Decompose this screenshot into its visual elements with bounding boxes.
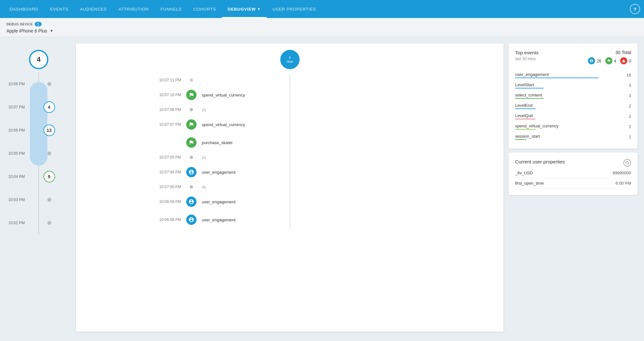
nav-funnels[interactable]: FUNNELS: [155, 0, 187, 18]
user-engagement-icon-1: [186, 167, 197, 177]
top-event-levelquit[interactable]: LevelQuit 2: [515, 111, 631, 122]
timeline-dot-1002: [47, 221, 51, 225]
nav-user-properties[interactable]: USER PROPERTIES: [267, 0, 322, 18]
event-time: 10:06:59 PM: [144, 199, 186, 204]
user-properties-title: Current user properties: [515, 159, 565, 164]
red-count-badge: [620, 57, 627, 64]
timeline-time-1007: 10:07 PM: [6, 105, 27, 109]
debugview-dropdown-arrow: ▼: [257, 7, 261, 11]
timeline-dot-1008: [47, 82, 51, 86]
event-row[interactable]: 10:06:59 PM user_engagement: [144, 193, 435, 211]
timeline-row[interactable]: 10:06 PM 13: [6, 119, 71, 142]
event-counts: 26 4 0: [588, 57, 631, 64]
gap-dot: [190, 108, 193, 111]
prop-value-ltv: 99990000: [612, 170, 631, 175]
device-select[interactable]: Apple iPhone 6 Plus ▼: [6, 28, 638, 33]
prop-key-first-open: first_open_time: [515, 181, 544, 186]
gap-label-2s-2: 2s: [202, 155, 206, 160]
timeline-dot-1003: [47, 198, 51, 202]
help-button[interactable]: ?: [630, 4, 640, 14]
gap-label-4s: 4s: [202, 185, 206, 189]
event-name-spend1: spend_virtual_currency: [202, 93, 245, 97]
gap-dot-2: [190, 156, 193, 159]
user-engagement-icon-3: [186, 215, 197, 225]
top-event-levelstart[interactable]: LevelStart 3: [515, 80, 631, 91]
top-events-title: Top events: [515, 50, 539, 55]
event-name-label: select_content: [515, 93, 629, 97]
main-layout: 4 10:08 PM 10:07 PM 4 10:06 PM: [0, 37, 644, 338]
timeline-row[interactable]: 10:04 PM 9: [6, 165, 71, 188]
gap-label-2s: 2s: [202, 107, 206, 112]
timeline-time-1006: 10:06 PM: [6, 128, 27, 133]
nav-events[interactable]: EVENTS: [44, 0, 74, 18]
prop-value-first-open: 6:00 PM: [616, 181, 631, 186]
gap-dot-4s: [190, 185, 193, 189]
blue-count-item: 26: [588, 57, 601, 64]
event-time: 10:07:05 PM: [144, 155, 186, 160]
event-connector-dot: [190, 78, 193, 82]
timeline-row: 10:05 PM: [6, 142, 71, 165]
green-count-item: 4: [605, 57, 616, 64]
timeline-time-1005: 10:05 PM: [6, 151, 27, 156]
timeline-row: 10:08 PM: [6, 72, 71, 96]
left-timeline-panel: 4 10:08 PM 10:07 PM 4 10:06 PM: [6, 43, 71, 332]
sub-header: DEBUG DEVICE 1 Apple iPhone 6 Plus ▼: [0, 18, 644, 37]
nav-debugview[interactable]: DEBUGVIEW ▼: [222, 0, 267, 18]
timeline-dot-1005: [47, 152, 51, 155]
history-icon[interactable]: [623, 159, 631, 167]
spend-virtual-currency-icon-2: [186, 119, 197, 130]
timeline-row[interactable]: 10:07 PM 4: [6, 96, 71, 119]
red-count-item: 0: [620, 57, 631, 64]
timeline-circle-1006: 13: [43, 124, 55, 136]
nav-bar: DASHBOARD EVENTS AUDIENCES ATTRIBUTION F…: [0, 0, 644, 18]
event-row[interactable]: purchase_skater: [144, 134, 435, 152]
event-row[interactable]: 10:07:10 PM spend_virtual_currency: [144, 86, 435, 104]
event-name-engagement3: user_engagement: [202, 217, 235, 222]
debug-device-label: DEBUG DEVICE 1: [6, 22, 638, 26]
debug-count-badge: 1: [35, 22, 42, 26]
timeline-time-1008: 10:08 PM: [6, 82, 27, 86]
top-events-sub: last 30 mins: [515, 57, 536, 61]
device-select-arrow: ▼: [50, 29, 53, 33]
green-count-badge: [605, 57, 612, 64]
nav-cohorts[interactable]: COHORTS: [187, 0, 222, 18]
user-properties-card: Current user properties _ltv_USD 9999000…: [509, 152, 638, 195]
timeline-time-1004: 10:04 PM: [6, 174, 27, 179]
timeline-circle-1004: 9: [43, 171, 55, 182]
event-row[interactable]: 10:06:58 PM user_engagement: [144, 211, 435, 229]
event-name-engagement2: user_engagement: [202, 199, 235, 204]
prop-row-ltv: _ltv_USD 99990000: [515, 168, 631, 178]
top-event-spend-virtual[interactable]: spend_virtual_currency 2: [515, 122, 631, 132]
event-row: 10:07:05 PM 2s: [144, 152, 435, 163]
event-stream: 4 new 10:07:11 PM 10:07:10 PM: [76, 43, 504, 332]
event-time: 10:07:04 PM: [144, 170, 186, 174]
event-row[interactable]: 10:07:04 PM user_engagement: [144, 163, 435, 181]
top-event-select-content[interactable]: select_content 3: [515, 91, 631, 101]
top-events-card: Top events 30 Total last 30 mins 26: [509, 43, 638, 149]
event-time: 10:07:11 PM: [144, 78, 186, 82]
timeline-circle-1007: 4: [43, 101, 55, 113]
timeline-top-badge: 4: [29, 50, 48, 69]
timeline-row: 10:03 PM: [6, 188, 71, 211]
top-events-header: Top events 30 Total: [515, 50, 631, 55]
spend-virtual-currency-icon: [186, 90, 197, 100]
timeline-time-1003: 10:03 PM: [6, 198, 27, 202]
event-name-label: session_start: [515, 134, 629, 139]
prop-row-first-open: first_open_time 6:00 PM: [515, 178, 631, 189]
event-name-label: spend_virtual_currency: [515, 124, 629, 128]
event-row[interactable]: 10:07:07 PM spend_virtual_currency: [144, 115, 435, 134]
nav-attribution[interactable]: ATTRIBUTION: [112, 0, 155, 18]
event-name-label: LevelStart: [515, 82, 629, 87]
event-name-label: LevelQuit: [515, 113, 629, 118]
event-name-engagement1: user_engagement: [202, 170, 235, 175]
nav-audiences[interactable]: AUDIENCES: [74, 0, 112, 18]
top-event-user-engagement[interactable]: user_engagement 16: [515, 70, 631, 80]
top-event-session-start[interactable]: session_start 1: [515, 132, 631, 142]
nav-dashboard[interactable]: DASHBOARD: [4, 0, 44, 18]
top-event-levelend[interactable]: LevelEnd 2: [515, 101, 631, 111]
top-events-total: 30 Total: [615, 50, 631, 55]
user-engagement-icon-2: [186, 197, 197, 207]
event-name-purchase: purchase_skater: [202, 140, 233, 145]
event-row: 10:07:00 PM 4s: [144, 181, 435, 193]
timeline-row: 10:02 PM: [6, 211, 71, 235]
